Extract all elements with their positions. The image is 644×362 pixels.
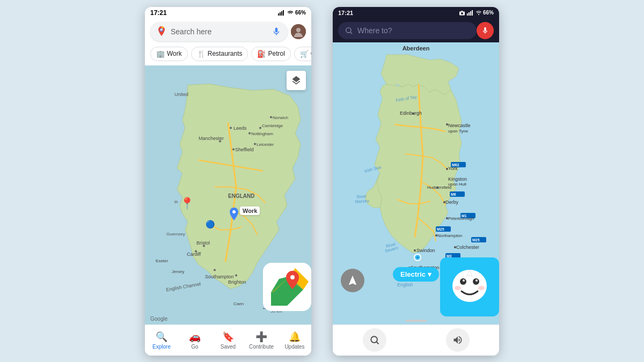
svg-point-109 (475, 279, 478, 282)
work-label: Work (240, 206, 260, 215)
svg-text:Leicester: Leicester (257, 142, 274, 146)
svg-point-29 (214, 269, 216, 271)
svg-text:Sheffield: Sheffield (235, 146, 254, 152)
nav-explore[interactable]: 🔍 Explore (145, 325, 178, 356)
svg-text:Derby: Derby (445, 200, 459, 205)
svg-point-22 (259, 127, 261, 129)
svg-point-77 (446, 168, 448, 170)
waze-search-placeholder[interactable]: Where to? (357, 26, 470, 35)
svg-rect-2 (281, 11, 282, 16)
chip-petrol[interactable]: ⛽ Petrol (251, 47, 290, 61)
svg-text:Exeter: Exeter (156, 258, 168, 263)
svg-text:Guernsey: Guernsey (166, 231, 185, 236)
nav-updates-label: Updates (284, 344, 304, 350)
svg-text:M25: M25 (437, 227, 444, 231)
waze-signal-icon (467, 10, 474, 16)
svg-text:Jersey: Jersey (172, 269, 185, 274)
chip-groceries[interactable]: 🛒 Groce… (294, 47, 311, 61)
google-status-icons: 66% (278, 10, 306, 16)
waze-search-btn[interactable] (363, 328, 386, 352)
user-avatar[interactable] (291, 24, 306, 39)
svg-line-113 (376, 342, 378, 344)
svg-point-107 (473, 278, 479, 285)
google-logo: Google (150, 316, 167, 322)
google-search-bar[interactable]: G Search here (145, 19, 311, 45)
waze-wifi-icon (476, 10, 481, 16)
mic-icon[interactable] (272, 27, 281, 36)
chip-groceries-label: Groce… (311, 50, 311, 57)
waze-mic-button[interactable] (477, 22, 494, 39)
svg-point-75 (446, 123, 448, 125)
google-map-area[interactable]: Leeds Manchester Sheffield Nottingham Le… (145, 65, 311, 324)
nav-explore-label: Explore (152, 344, 171, 350)
waze-volume-btn[interactable] (446, 328, 470, 352)
waze-mic-icon (481, 26, 489, 35)
nav-updates[interactable]: 🔔 Updates (278, 325, 311, 356)
svg-text:Norwich: Norwich (273, 115, 288, 120)
layers-button[interactable] (287, 71, 306, 90)
waze-map-area[interactable]: M6 M1 M25 M3 M62 M25 Edinburgh Newcastle… (333, 42, 499, 324)
chip-work-label: Work (167, 50, 182, 57)
google-maps-logo-icon: G (157, 26, 166, 37)
wifi-icon (287, 10, 294, 16)
go-icon: 🚗 (189, 331, 201, 343)
electric-dropdown-icon: ▾ (428, 270, 431, 278)
status-bar-waze: 17:21 66% (333, 7, 499, 19)
svg-point-14 (232, 148, 235, 150)
main-container: 17:21 66% (0, 0, 644, 362)
electric-button[interactable]: Electric ▾ (393, 267, 439, 282)
svg-point-18 (254, 143, 256, 145)
svg-point-10 (230, 127, 232, 129)
work-chip-icon: 🏢 (156, 50, 165, 58)
category-bar: 🏢 Work 🍴 Restaurants ⛽ Petrol 🛒 Groce… (145, 45, 311, 65)
nav-contribute[interactable]: ➕ Contribute (245, 325, 278, 356)
waze-battery: 66% (483, 10, 494, 16)
signal-icon (278, 10, 286, 16)
svg-text:Brighton: Brighton (228, 279, 246, 284)
nav-go[interactable]: 🚗 Go (178, 325, 211, 356)
svg-point-47 (461, 12, 463, 14)
drag-handle (405, 320, 427, 322)
chip-work[interactable]: 🏢 Work (150, 47, 188, 61)
google-search-placeholder[interactable]: Search here (171, 27, 267, 36)
petrol-chip-icon: ⛽ (257, 50, 266, 58)
svg-text:ENGLAND: ENGLAND (228, 193, 254, 198)
svg-line-54 (350, 32, 352, 34)
chip-restaurants-label: Restaurants (208, 50, 243, 57)
svg-rect-49 (469, 12, 470, 16)
svg-text:Nottingham: Nottingham (251, 131, 273, 136)
waze-mascot (440, 257, 499, 316)
navigate-button[interactable] (341, 269, 364, 292)
waze-search-box[interactable]: Where to? (338, 22, 477, 39)
google-bottom-nav: 🔍 Explore 🚗 Go 🔖 Saved ➕ Contribute 🔔 Up… (145, 324, 311, 356)
restaurants-chip-icon: 🍴 (197, 50, 206, 58)
svg-text:Huddersfield: Huddersfield (427, 185, 451, 190)
svg-text:Newcastle: Newcastle (448, 123, 471, 128)
waze-search-bar[interactable]: Where to? (333, 19, 499, 42)
svg-point-53 (346, 27, 351, 32)
nav-saved[interactable]: 🔖 Saved (211, 325, 245, 356)
svg-text:upon Tyne: upon Tyne (448, 129, 469, 134)
svg-point-108 (463, 279, 465, 282)
google-search-box[interactable]: G Search here (150, 22, 288, 41)
chip-petrol-label: Petrol (268, 50, 284, 57)
google-maps-app-icon (263, 263, 311, 311)
svg-text:Southampton: Southampton (205, 274, 234, 279)
svg-text:M6: M6 (451, 193, 456, 196)
groceries-chip-icon: 🛒 (300, 50, 309, 58)
svg-rect-50 (470, 11, 471, 16)
aberdeen-label: Aberdeen (402, 45, 430, 51)
svg-point-89 (454, 246, 456, 248)
nav-saved-label: Saved (221, 344, 236, 350)
svg-point-110 (455, 286, 461, 290)
explore-icon: 🔍 (156, 331, 167, 343)
waze-mascot-face (448, 265, 491, 308)
svg-text:G: G (159, 27, 163, 33)
updates-icon: 🔔 (289, 331, 301, 343)
svg-point-112 (371, 336, 377, 343)
layers-icon (291, 75, 302, 86)
chip-restaurants[interactable]: 🍴 Restaurants (191, 47, 248, 61)
svg-rect-3 (283, 10, 284, 16)
svg-text:Manchester: Manchester (199, 135, 224, 141)
svg-text:Edinburgh: Edinburgh (400, 110, 422, 116)
